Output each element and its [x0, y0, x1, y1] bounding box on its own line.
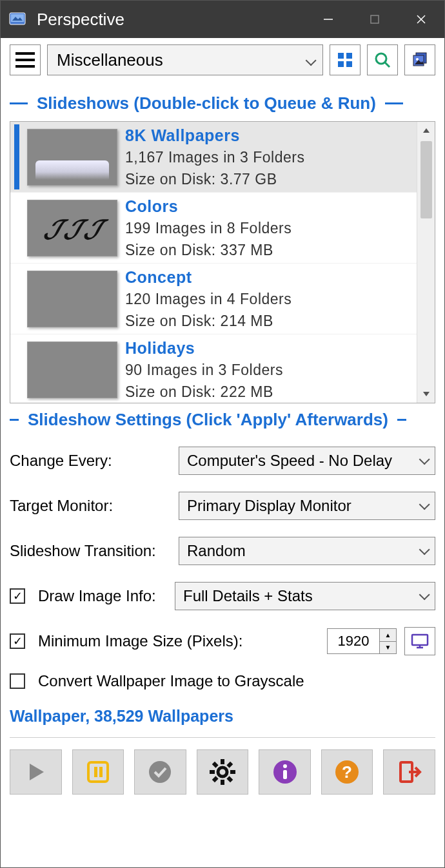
settings-panel: Change Every: Computer's Speed - No Dela… [10, 447, 435, 690]
settings-button[interactable] [197, 749, 249, 795]
min-size-row: ✓ Minimum Image Size (Pixels): ▲ ▼ [10, 627, 435, 655]
slideshow-thumbnail [27, 129, 117, 186]
svg-rect-19 [412, 635, 428, 645]
chevron-down-icon [419, 499, 427, 513]
app-icon [7, 9, 28, 30]
category-value: Miscellaneous [57, 50, 163, 70]
window-title: Perspective [37, 10, 305, 30]
pause-button[interactable] [72, 749, 124, 795]
grayscale-checkbox[interactable] [10, 673, 25, 689]
svg-point-27 [218, 767, 227, 776]
slideshows-section-header: Slideshows (Double-click to Queue & Run) [10, 93, 435, 113]
svg-line-12 [385, 63, 390, 67]
category-dropdown[interactable]: Miscellaneous [47, 44, 323, 75]
slideshow-item[interactable]: Colors199 Images in 8 FoldersSize on Dis… [10, 193, 417, 264]
grid-view-button[interactable] [330, 44, 361, 75]
spin-up-button[interactable]: ▲ [380, 629, 396, 642]
slideshow-size: Size on Disk: 337 MB [125, 240, 292, 261]
scroll-thumb[interactable] [420, 141, 432, 218]
svg-point-26 [149, 761, 171, 783]
detect-resolution-button[interactable] [404, 627, 435, 655]
svg-rect-28 [221, 759, 224, 764]
svg-rect-30 [210, 770, 215, 774]
slideshow-list: 8K Wallpapers1,167 Images in 3 FoldersSi… [10, 121, 435, 403]
slideshow-meta: Holidays90 Images in 3 FoldersSize on Di… [125, 337, 283, 402]
settings-header-text: Slideshow Settings (Click 'Apply' Afterw… [28, 410, 388, 430]
transition-row: Slideshow Transition: Random [10, 537, 435, 565]
play-button[interactable] [10, 749, 62, 795]
target-monitor-label: Target Monitor: [10, 497, 171, 515]
apply-button[interactable] [134, 749, 186, 795]
min-size-spinner[interactable]: ▲ ▼ [327, 628, 397, 654]
svg-rect-29 [221, 780, 224, 785]
selection-indicator [14, 195, 19, 260]
scroll-down-button[interactable] [417, 385, 435, 403]
change-every-label: Change Every: [10, 452, 171, 470]
selection-indicator [14, 337, 19, 402]
draw-info-value: Full Details + Stats [183, 587, 313, 605]
svg-rect-8 [346, 53, 352, 59]
menu-button[interactable] [10, 44, 41, 75]
minimize-button[interactable] [305, 1, 351, 38]
change-every-dropdown[interactable]: Computer's Speed - No Delay [179, 447, 435, 475]
help-button[interactable]: ? [321, 749, 373, 795]
svg-rect-7 [338, 53, 344, 59]
slideshow-meta: Colors199 Images in 8 FoldersSize on Dis… [125, 195, 292, 260]
slideshow-thumbnail [27, 200, 117, 256]
top-toolbar: Miscellaneous [10, 44, 435, 75]
bottom-button-bar: ? [10, 749, 435, 795]
spin-down-button[interactable]: ▼ [380, 642, 396, 654]
separator [10, 737, 435, 738]
change-every-value: Computer's Speed - No Delay [187, 452, 392, 470]
slideshow-thumbnail [27, 271, 117, 327]
gallery-button[interactable] [404, 44, 435, 75]
svg-rect-25 [99, 767, 103, 777]
target-monitor-row: Target Monitor: Primary Display Monitor [10, 492, 435, 520]
close-button[interactable] [398, 1, 444, 38]
draw-info-label: Draw Image Info: [38, 587, 167, 605]
settings-section-header: Slideshow Settings (Click 'Apply' Afterw… [10, 410, 435, 430]
transition-dropdown[interactable]: Random [179, 537, 435, 565]
slideshow-thumbnail [27, 342, 117, 398]
scrollbar[interactable] [417, 122, 435, 403]
slideshow-item[interactable]: 8K Wallpapers1,167 Images in 3 FoldersSi… [10, 122, 417, 193]
svg-rect-33 [212, 776, 219, 782]
target-monitor-dropdown[interactable]: Primary Display Monitor [179, 492, 435, 520]
slideshow-name: Concept [125, 265, 292, 289]
scroll-up-button[interactable] [417, 122, 435, 140]
svg-point-15 [416, 58, 419, 61]
selection-indicator [14, 266, 19, 331]
info-button[interactable] [259, 749, 311, 795]
app-window: Perspective Miscellaneous [0, 0, 445, 868]
grayscale-label: Convert Wallpaper Image to Grayscale [38, 672, 304, 690]
svg-text:?: ? [342, 762, 352, 782]
transition-label: Slideshow Transition: [10, 542, 171, 560]
slideshow-item[interactable]: Holidays90 Images in 3 FoldersSize on Di… [10, 334, 417, 403]
min-size-input[interactable] [328, 629, 379, 653]
titlebar: Perspective [1, 1, 444, 38]
window-controls [305, 1, 444, 38]
min-size-label: Minimum Image Size (Pixels): [38, 632, 319, 650]
svg-rect-1 [11, 14, 24, 22]
target-monitor-value: Primary Display Monitor [187, 497, 351, 515]
draw-info-checkbox[interactable]: ✓ [10, 588, 25, 604]
svg-rect-31 [230, 770, 235, 774]
slideshow-count: 120 Images in 4 Folders [125, 289, 292, 310]
exit-button[interactable] [383, 749, 435, 795]
maximize-button[interactable] [351, 1, 398, 38]
slideshow-name: Holidays [125, 336, 283, 360]
status-link[interactable]: Wallpaper, 38,529 Wallpapers [10, 707, 435, 726]
slideshow-item[interactable]: Concept120 Images in 4 FoldersSize on Di… [10, 264, 417, 334]
svg-marker-18 [423, 392, 430, 396]
grayscale-row: Convert Wallpaper Image to Grayscale [10, 672, 435, 690]
change-every-row: Change Every: Computer's Speed - No Dela… [10, 447, 435, 475]
svg-marker-22 [30, 764, 44, 780]
draw-info-dropdown[interactable]: Full Details + Stats [175, 582, 435, 610]
svg-rect-38 [283, 770, 287, 779]
min-size-checkbox[interactable]: ✓ [10, 633, 25, 649]
slideshow-count: 90 Images in 3 Folders [125, 360, 283, 381]
search-button[interactable] [367, 44, 398, 75]
slideshow-meta: 8K Wallpapers1,167 Images in 3 FoldersSi… [125, 124, 304, 189]
svg-rect-4 [371, 15, 379, 23]
chevron-down-icon [419, 545, 427, 558]
